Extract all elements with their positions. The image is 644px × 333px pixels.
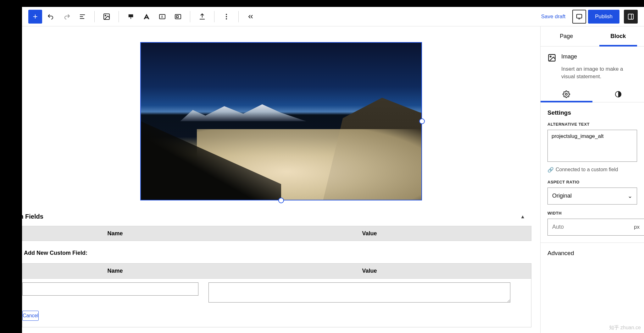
more-options-button[interactable] xyxy=(219,10,233,24)
collapse-icon[interactable]: ▲ xyxy=(520,214,540,220)
custom-field-value-input[interactable] xyxy=(208,282,510,303)
custom-fields-table-header: Name Value xyxy=(22,226,531,241)
aspect-ratio-select[interactable]: Original ⌄ xyxy=(547,188,637,205)
col-value-2: Value xyxy=(208,268,531,274)
svg-rect-16 xyxy=(628,14,634,19)
width-label: Width xyxy=(547,211,644,216)
upload-button[interactable] xyxy=(195,10,209,24)
svg-rect-10 xyxy=(176,16,178,18)
editor-toolbar: + A xyxy=(22,7,644,26)
selected-image[interactable] xyxy=(140,42,422,200)
svg-text:A: A xyxy=(161,15,163,19)
resize-handle-bottom[interactable] xyxy=(278,198,284,203)
save-draft-button[interactable]: Save draft xyxy=(536,10,571,23)
image-icon xyxy=(547,53,556,62)
image-icon xyxy=(100,10,114,24)
alt-text-label: Alternative Text xyxy=(547,122,637,127)
settings-panel-toggle[interactable] xyxy=(624,10,638,24)
custom-field-name-input[interactable] xyxy=(22,282,198,296)
chevron-down-icon: ⌄ xyxy=(628,193,632,199)
preview-button[interactable] xyxy=(572,10,586,24)
link-icon: 🔗 xyxy=(547,167,554,173)
redo-button[interactable] xyxy=(60,10,74,24)
align-button[interactable] xyxy=(124,10,138,24)
col-name-2: Name xyxy=(22,268,208,274)
tab-page[interactable]: Page xyxy=(541,26,592,46)
caption-button[interactable] xyxy=(140,10,153,24)
resize-handle-right[interactable] xyxy=(419,118,425,124)
col-value: Value xyxy=(208,230,531,237)
svg-point-13 xyxy=(226,18,227,19)
text-button[interactable]: A xyxy=(155,10,169,24)
col-name: Name xyxy=(22,230,208,237)
subtab-styles[interactable] xyxy=(592,87,644,102)
watermark: 知乎 zhuan.ce xyxy=(609,325,641,331)
width-unit: px xyxy=(630,224,644,230)
crop-button[interactable] xyxy=(171,10,185,24)
custom-fields-new-header: Name Value xyxy=(22,264,531,279)
document-outline-button[interactable] xyxy=(75,10,89,24)
collapse-toolbar-button[interactable] xyxy=(244,10,258,24)
aspect-ratio-label: Aspect Ratio xyxy=(547,180,637,184)
cancel-button[interactable]: Cancel xyxy=(22,311,39,321)
svg-point-12 xyxy=(226,16,227,17)
svg-point-20 xyxy=(565,93,567,95)
gear-icon xyxy=(563,90,570,98)
tab-block[interactable]: Block xyxy=(592,26,644,46)
svg-point-11 xyxy=(226,14,227,15)
svg-rect-5 xyxy=(129,14,133,17)
block-description: Insert an image to make a visual stateme… xyxy=(541,65,644,87)
add-block-button[interactable]: + xyxy=(28,10,42,24)
settings-heading: Settings xyxy=(547,109,637,116)
alt-text-input[interactable] xyxy=(547,130,637,162)
image-block[interactable] xyxy=(140,42,422,200)
svg-rect-14 xyxy=(577,14,582,18)
advanced-panel-toggle[interactable]: Advanced xyxy=(541,243,644,264)
width-input[interactable] xyxy=(548,224,630,230)
settings-sidebar: Page Block Image Insert an image to make… xyxy=(540,26,644,333)
subtab-settings[interactable] xyxy=(541,87,592,102)
publish-button[interactable]: Publish xyxy=(588,10,619,24)
add-new-custom-field-label: Add New Custom Field: xyxy=(22,241,540,263)
styles-icon xyxy=(614,90,622,98)
svg-point-19 xyxy=(550,56,551,57)
custom-fields-heading: Custom Fields xyxy=(22,213,43,220)
undo-button[interactable] xyxy=(44,10,58,24)
svg-point-4 xyxy=(105,15,106,16)
block-type-title: Image xyxy=(561,53,577,62)
connected-field-note: 🔗 Connected to a custom field xyxy=(547,167,637,173)
